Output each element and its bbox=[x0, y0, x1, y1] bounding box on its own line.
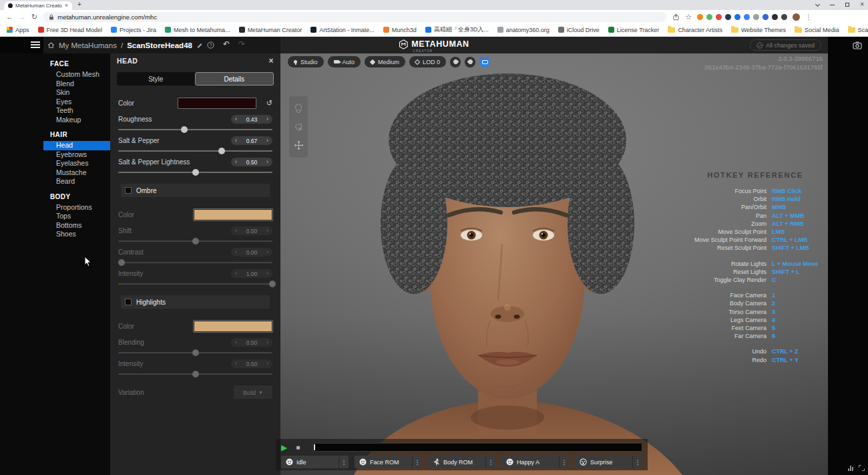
ombre-color-swatch[interactable] bbox=[194, 209, 272, 220]
reload-icon[interactable]: ↻ bbox=[31, 13, 37, 21]
address-bar[interactable]: metahuman.unrealengine.com/mhc bbox=[43, 12, 667, 22]
value-stepper[interactable]: ‹ 0.50 › bbox=[231, 158, 272, 166]
move-tool-icon[interactable] bbox=[294, 140, 304, 150]
slider-track[interactable] bbox=[118, 241, 272, 242]
sidebar-item-eyes[interactable]: Eyes bbox=[43, 98, 110, 107]
highlights-checkbox[interactable] bbox=[125, 299, 132, 305]
home-icon[interactable] bbox=[47, 41, 55, 49]
track-menu-icon[interactable]: ⋮ bbox=[339, 456, 349, 468]
slider-track[interactable] bbox=[118, 352, 272, 353]
increment-icon[interactable]: › bbox=[266, 116, 268, 122]
decrement-icon[interactable]: ‹ bbox=[235, 271, 237, 277]
sidebar-item-eyebrows[interactable]: Eyebrows bbox=[43, 150, 110, 160]
browser-menu-icon[interactable]: ⋮ bbox=[805, 13, 812, 21]
bookmark-item[interactable]: 高精細「全身3D入... bbox=[425, 25, 489, 34]
sidebar-item-proportions[interactable]: Proportions bbox=[43, 203, 110, 212]
sidebar-item-blend[interactable]: Blend bbox=[43, 80, 110, 89]
slider-thumb[interactable] bbox=[192, 371, 199, 377]
slider-thumb[interactable] bbox=[192, 349, 199, 356]
clay-render-toggle[interactable] bbox=[479, 57, 490, 67]
viewport-3d[interactable]: Studio Auto Medium LOD 0 2.0.3-29956716 … bbox=[280, 53, 828, 475]
decrement-icon[interactable]: ‹ bbox=[235, 159, 237, 165]
slider-track[interactable] bbox=[118, 373, 272, 375]
sidebar-item-teeth[interactable]: Teeth bbox=[43, 106, 110, 116]
tab-close-icon[interactable]: × bbox=[65, 3, 68, 9]
apps-shortcut[interactable]: Apps bbox=[7, 27, 29, 33]
value-stepper[interactable]: ‹ 1.00 › bbox=[231, 269, 272, 278]
screenshot-camera-icon[interactable] bbox=[853, 40, 862, 52]
sidebar-item-head[interactable]: Head bbox=[43, 141, 110, 150]
highlights-color-swatch[interactable] bbox=[194, 321, 272, 332]
animation-track-happy-a[interactable]: Happy A ⋮ bbox=[501, 456, 569, 468]
value-stepper[interactable]: ‹ 0.67 › bbox=[231, 136, 272, 145]
sidebar-item-eyelashes[interactable]: Eyelashes bbox=[43, 159, 110, 168]
sculpt-brush-button[interactable] bbox=[450, 57, 461, 67]
extension-icon[interactable] bbox=[697, 14, 703, 20]
sidebar-item-shoes[interactable]: Shoes bbox=[43, 230, 110, 239]
play-button[interactable]: ▶ bbox=[281, 444, 287, 452]
slider-thumb[interactable] bbox=[269, 281, 276, 287]
value-stepper[interactable]: ‹ 0.50 › bbox=[231, 226, 272, 235]
value-stepper[interactable]: ‹ 0.50 › bbox=[231, 338, 272, 347]
playhead[interactable] bbox=[314, 444, 315, 450]
slider-track[interactable] bbox=[118, 283, 272, 285]
viewport-button-lod-0[interactable]: LOD 0 bbox=[409, 56, 446, 67]
sidebar-item-custom-mesh[interactable]: Custom Mesh bbox=[43, 70, 110, 80]
track-menu-icon[interactable]: ⋮ bbox=[485, 456, 495, 468]
value-stepper[interactable]: ‹ 0.50 › bbox=[231, 359, 272, 368]
bookmark-item[interactable]: Scan Store bbox=[848, 27, 868, 33]
slider-track[interactable] bbox=[118, 172, 272, 173]
timeline-scrubber[interactable] bbox=[312, 443, 642, 452]
decrement-icon[interactable]: ‹ bbox=[235, 228, 237, 234]
breadcrumb-root[interactable]: My MetaHumans bbox=[59, 41, 117, 49]
bookmark-item[interactable]: License Tracker bbox=[608, 27, 660, 33]
animation-track-surprise[interactable]: Surprise ⋮ bbox=[575, 456, 642, 468]
bookmark-item[interactable]: Social Media bbox=[795, 27, 839, 33]
profile-avatar[interactable] bbox=[793, 13, 800, 21]
tab-search-icon[interactable] bbox=[815, 1, 820, 6]
animation-track-idle[interactable]: Idle ⋮ bbox=[281, 456, 349, 468]
slider-thumb[interactable] bbox=[181, 126, 188, 133]
slider-thumb[interactable] bbox=[192, 238, 199, 245]
bookmark-star-icon[interactable]: ☆ bbox=[685, 13, 692, 21]
bookmark-item[interactable]: Free 3D Head Model bbox=[38, 27, 103, 33]
redo-icon[interactable]: ↷ bbox=[238, 40, 245, 48]
tab-details[interactable]: Details bbox=[195, 72, 274, 86]
increment-icon[interactable]: › bbox=[266, 339, 268, 345]
bookmark-item[interactable]: Projects - Jira bbox=[111, 27, 156, 33]
bookmark-item[interactable]: Mesh to Metahuma... bbox=[165, 27, 230, 33]
animation-track-body-rom[interactable]: Body ROM ⋮ bbox=[428, 456, 495, 468]
bookmark-item[interactable]: iCloud Drive bbox=[558, 27, 600, 33]
sidebar-item-tops[interactable]: Tops bbox=[43, 212, 110, 221]
bookmark-item[interactable]: Character Artists bbox=[668, 27, 722, 33]
increment-icon[interactable]: › bbox=[266, 249, 268, 255]
extension-icon[interactable] bbox=[706, 14, 712, 20]
bookmark-item[interactable]: Website Themes bbox=[731, 27, 786, 33]
panel-close-icon[interactable]: × bbox=[269, 57, 274, 65]
extension-icon[interactable] bbox=[725, 14, 731, 20]
fullscreen-icon[interactable] bbox=[859, 465, 865, 471]
browser-tab[interactable]: MetaHuman Creator × bbox=[4, 1, 72, 10]
stop-button[interactable]: ■ bbox=[296, 444, 300, 451]
variation-dropdown[interactable]: Bold ▼ bbox=[234, 385, 272, 399]
menu-hamburger-icon[interactable] bbox=[31, 41, 40, 48]
bookmark-item[interactable]: ArtStation - Inmate... bbox=[310, 27, 375, 33]
share-icon[interactable] bbox=[672, 13, 680, 21]
window-close-icon[interactable]: × bbox=[860, 1, 864, 8]
hair-color-swatch[interactable] bbox=[178, 98, 256, 109]
sculpt-hand-icon[interactable] bbox=[294, 122, 303, 132]
track-menu-icon[interactable]: ⋮ bbox=[632, 456, 642, 468]
slider-thumb[interactable] bbox=[118, 259, 125, 266]
back-icon[interactable]: ← bbox=[6, 13, 13, 21]
sidebar-item-beard[interactable]: Beard bbox=[43, 177, 110, 186]
bookmark-item[interactable]: Munch3d bbox=[383, 27, 417, 33]
decrement-icon[interactable]: ‹ bbox=[235, 138, 237, 144]
extension-icon[interactable] bbox=[753, 14, 759, 20]
reset-color-icon[interactable]: ↺ bbox=[256, 100, 272, 107]
minimize-icon[interactable] bbox=[830, 5, 835, 5]
sidebar-item-mustache[interactable]: Mustache bbox=[43, 168, 110, 178]
viewport-button-auto[interactable]: Auto bbox=[328, 56, 361, 67]
extension-icon[interactable] bbox=[772, 14, 778, 20]
ombre-checkbox[interactable] bbox=[125, 187, 132, 194]
extension-icon[interactable] bbox=[781, 14, 787, 20]
